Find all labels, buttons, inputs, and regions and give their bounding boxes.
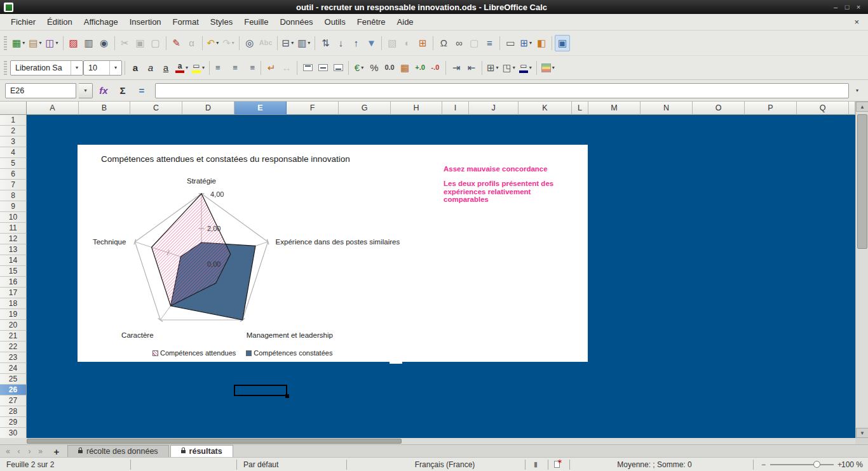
next-sheet-button[interactable]: › <box>24 446 35 457</box>
column-header-G[interactable]: G <box>339 102 391 115</box>
name-box-dropdown[interactable]: ▾ <box>79 83 93 98</box>
first-sheet-button[interactable]: « <box>3 446 13 457</box>
borders-button-dropdown[interactable]: ▾ <box>496 65 499 70</box>
undo-button-dropdown[interactable]: ▾ <box>216 40 219 46</box>
column-header-A[interactable]: A <box>27 102 79 115</box>
menu-styles[interactable]: Styles <box>205 15 238 29</box>
column-header-Q[interactable]: Q <box>797 102 849 115</box>
input-line[interactable] <box>155 83 849 98</box>
menu-fenetre[interactable]: Fenêtre <box>351 15 391 29</box>
row-header-2[interactable]: 2 <box>0 126 27 136</box>
clone-formatting-button[interactable]: ✎ <box>169 35 184 51</box>
column-header-H[interactable]: H <box>391 102 442 115</box>
new-button-dropdown[interactable]: ▾ <box>22 40 25 46</box>
row-header-14[interactable]: 14 <box>0 255 27 266</box>
align-left-button[interactable]: ≡ <box>212 60 227 76</box>
print-preview-button[interactable]: ◉ <box>97 35 112 51</box>
border-style-button-dropdown[interactable]: ▾ <box>513 65 515 70</box>
highlight-color-button-dropdown[interactable]: ▾ <box>202 65 205 70</box>
column-header-J[interactable]: J <box>469 102 519 115</box>
zoom-slider-thumb[interactable] <box>813 461 820 468</box>
font-name-combo-dropdown[interactable]: ▾ <box>71 60 83 76</box>
row-header-6[interactable]: 6 <box>0 169 27 180</box>
row-header-10[interactable]: 10 <box>0 212 27 223</box>
sort-button[interactable]: ⇅ <box>318 35 333 51</box>
open-button[interactable]: ▤▾ <box>27 35 43 51</box>
row-header-23[interactable]: 23 <box>0 352 27 363</box>
column-header-M[interactable]: M <box>588 102 641 115</box>
font-color-button[interactable]: a▾ <box>173 60 190 76</box>
freeze-rows-columns-button[interactable]: ⊞▾ <box>518 35 534 51</box>
fill-handle[interactable] <box>285 394 289 398</box>
font-name-combo-value[interactable]: Liberation Sa <box>11 63 69 72</box>
redo-button-dropdown[interactable]: ▾ <box>232 40 234 46</box>
split-window-button[interactable]: ◧ <box>534 35 549 51</box>
close-document-icon[interactable]: × <box>850 17 863 27</box>
formula-button[interactable]: = <box>133 85 150 96</box>
row-header-27[interactable]: 27 <box>0 395 27 406</box>
scroll-up-icon[interactable]: ▲ <box>856 102 868 112</box>
column-header-F[interactable]: F <box>287 102 339 115</box>
column-header-N[interactable]: N <box>641 102 693 115</box>
row-button[interactable]: ⊟▾ <box>280 35 296 51</box>
maximize-button[interactable]: □ <box>841 0 853 14</box>
cell-cursor[interactable] <box>234 385 287 396</box>
print-area-button[interactable]: ▭ <box>503 35 518 51</box>
sheet-tab-recolte-des-donnees[interactable]: récolte des données <box>67 445 169 457</box>
row-header-4[interactable]: 4 <box>0 147 27 158</box>
vertical-scrollbar-thumb[interactable] <box>857 114 867 249</box>
conditional-formatting-button-dropdown[interactable]: ▾ <box>552 65 555 70</box>
row-header-12[interactable]: 12 <box>0 234 27 244</box>
spreadsheet-grid[interactable]: 1234567891011121314151617181920212223242… <box>0 115 855 438</box>
font-size-combo-dropdown[interactable]: ▾ <box>109 60 121 76</box>
select-function-button[interactable]: Σ <box>114 85 131 96</box>
select-all-corner[interactable] <box>0 102 27 115</box>
row-header-22[interactable]: 22 <box>0 342 27 352</box>
row-header-24[interactable]: 24 <box>0 363 27 374</box>
center-vertically-button[interactable] <box>315 60 330 76</box>
selection-mode-icon[interactable]: ▮ <box>534 460 538 468</box>
freeze-rows-columns-button-dropdown[interactable]: ▾ <box>529 40 532 46</box>
column-button-dropdown[interactable]: ▾ <box>308 40 310 46</box>
row-header-7[interactable]: 7 <box>0 180 27 190</box>
save-button[interactable]: ◫▾ <box>43 35 60 51</box>
row-header-26[interactable]: 26 <box>0 385 27 395</box>
selection-statistics[interactable]: Moyenne: ; Somme: 0 <box>572 460 737 469</box>
horizontal-scrollbar[interactable] <box>0 438 855 444</box>
row-header-8[interactable]: 8 <box>0 190 27 201</box>
special-character-button[interactable]: Ω <box>436 35 451 51</box>
horizontal-scrollbar-thumb[interactable] <box>27 439 402 444</box>
toolbar-grip[interactable] <box>4 36 7 50</box>
find-replace-button[interactable]: ◎ <box>242 35 257 51</box>
print-button[interactable]: ▥ <box>81 35 97 51</box>
row-header-15[interactable]: 15 <box>0 266 27 277</box>
row-header-25[interactable]: 25 <box>0 374 27 385</box>
row-header-18[interactable]: 18 <box>0 298 27 309</box>
menu-edition[interactable]: Édition <box>41 15 78 29</box>
sort-ascending-button[interactable]: ↑ <box>348 35 363 51</box>
conditional-formatting-button[interactable]: ▾ <box>539 60 557 76</box>
function-wizard-button[interactable]: fx <box>95 85 112 96</box>
minimize-button[interactable]: – <box>830 0 841 14</box>
delete-decimal-button[interactable]: -.0 <box>428 60 443 76</box>
row-header-9[interactable]: 9 <box>0 201 27 212</box>
row-header-1[interactable]: 1 <box>0 115 27 126</box>
align-center-button[interactable]: ≡ <box>227 60 243 76</box>
radar-chart-object[interactable]: Compétences attendues et constatées du r… <box>78 145 588 362</box>
autofilter-button[interactable]: ▼ <box>363 35 379 51</box>
sort-descending-button[interactable]: ↓ <box>333 35 348 51</box>
row-header-3[interactable]: 3 <box>0 136 27 147</box>
row-header-19[interactable]: 19 <box>0 309 27 320</box>
column-header-D[interactable]: D <box>182 102 234 115</box>
page-style-status[interactable]: Par défaut <box>243 460 278 469</box>
zoom-out-icon[interactable]: − <box>761 460 766 469</box>
bold-button[interactable]: a <box>128 60 143 76</box>
menu-donnees[interactable]: Données <box>274 15 318 29</box>
menu-format[interactable]: Format <box>167 15 205 29</box>
row-button-dropdown[interactable]: ▾ <box>291 40 294 46</box>
column-button[interactable]: ▥▾ <box>295 35 312 51</box>
column-header-P[interactable]: P <box>745 102 797 115</box>
column-header-E[interactable]: E <box>234 102 287 115</box>
last-sheet-button[interactable]: » <box>35 446 46 457</box>
borders-button[interactable]: ⊞▾ <box>485 60 501 76</box>
